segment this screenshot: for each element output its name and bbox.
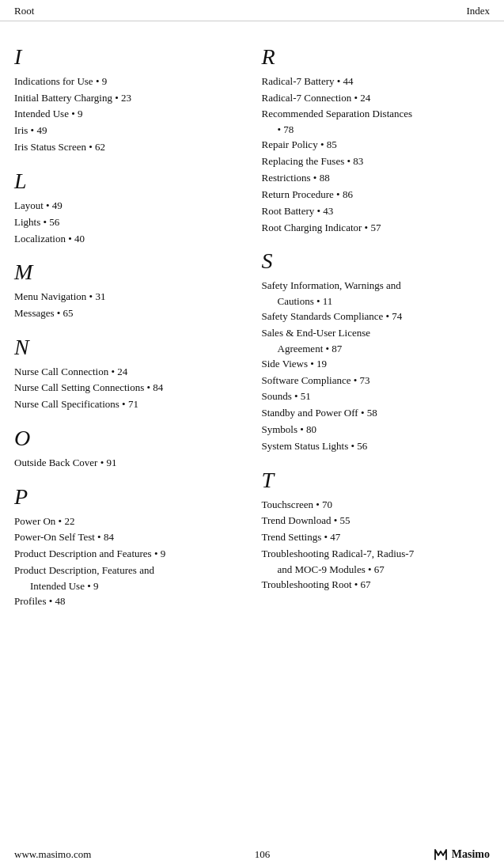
- index-entry-continuation: Agreement • 87: [262, 343, 491, 355]
- index-entry: Side Views • 19: [262, 357, 491, 372]
- index-entry: Power On • 22: [14, 514, 243, 529]
- index-entry: Iris • 49: [14, 123, 243, 138]
- index-entry: Troubleshooting Root • 67: [262, 578, 491, 593]
- section-letter-m: M: [14, 260, 243, 285]
- index-entry: Trend Download • 55: [262, 514, 491, 529]
- section-letter-l: L: [14, 169, 243, 194]
- section-letter-o: O: [14, 426, 243, 451]
- index-entry: Indications for Use • 9: [14, 74, 243, 89]
- index-entry: System Status Lights • 56: [262, 439, 491, 454]
- index-entry: Radical-7 Battery • 44: [262, 74, 491, 89]
- index-entry: Lights • 56: [14, 215, 243, 230]
- index-entry: Restrictions • 88: [262, 171, 491, 186]
- index-entry: Product Description and Features • 9: [14, 547, 243, 562]
- index-entry: Repair Policy • 85: [262, 138, 491, 153]
- index-entry: Profiles • 48: [14, 594, 243, 609]
- header-right: Index: [466, 5, 490, 17]
- footer-website: www.masimo.com: [14, 848, 91, 861]
- index-entry: Iris Status Screen • 62: [14, 140, 243, 155]
- index-entry: Messages • 65: [14, 306, 243, 321]
- section-letter-i: I: [14, 45, 243, 70]
- index-entry: Sounds • 51: [262, 389, 491, 404]
- index-entry: Layout • 49: [14, 199, 243, 214]
- index-entry: Nurse Call Setting Connections • 84: [14, 381, 243, 396]
- index-entry: Radical-7 Connection • 24: [262, 91, 491, 106]
- index-entry-continuation: • 78: [262, 123, 491, 136]
- section-letter-n: N: [14, 335, 243, 360]
- index-entry: Nurse Call Specifications • 71: [14, 397, 243, 412]
- index-entry: Outside Back Cover • 91: [14, 456, 243, 471]
- left-column: IIndications for Use • 9Initial Battery …: [14, 29, 243, 611]
- index-entry: Safety Information, Warnings and: [262, 279, 491, 294]
- index-entry: Touchscreen • 70: [262, 498, 491, 513]
- index-entry: Root Battery • 43: [262, 204, 491, 219]
- section-letter-r: R: [262, 45, 491, 70]
- section-letter-s: S: [262, 249, 491, 274]
- index-entry: Root Charging Indicator • 57: [262, 221, 491, 236]
- index-entry: Sales & End-User License: [262, 326, 491, 341]
- right-column: RRadical-7 Battery • 44Radical-7 Connect…: [262, 29, 491, 611]
- section-letter-t: T: [262, 468, 491, 493]
- index-entry: Product Description, Features and: [14, 563, 243, 578]
- index-entry: Nurse Call Connection • 24: [14, 365, 243, 380]
- index-entry: Power-On Self Test • 84: [14, 530, 243, 545]
- main-content: IIndications for Use • 9Initial Battery …: [0, 21, 504, 658]
- index-entry: Recommended Separation Distances: [262, 107, 491, 122]
- index-entry-continuation: Intended Use • 9: [14, 580, 243, 593]
- header-left: Root: [14, 5, 34, 17]
- index-entry-continuation: and MOC-9 Modules • 67: [262, 563, 491, 576]
- index-entry: Troubleshooting Radical-7, Radius-7: [262, 547, 491, 562]
- footer-page-number: 106: [255, 848, 271, 861]
- page-header: Root Index: [0, 0, 504, 21]
- index-entry: Menu Navigation • 31: [14, 290, 243, 305]
- section-letter-p: P: [14, 485, 243, 510]
- index-entry: Software Compliance • 73: [262, 373, 491, 389]
- page-footer: www.masimo.com 106 Masimo: [0, 841, 504, 868]
- index-entry: Standby and Power Off • 58: [262, 406, 491, 421]
- index-entry: Initial Battery Charging • 23: [14, 91, 243, 106]
- index-entry: Symbols • 80: [262, 423, 491, 438]
- index-entry: Intended Use • 9: [14, 107, 243, 122]
- index-entry: Return Procedure • 86: [262, 188, 491, 203]
- index-entry: Replacing the Fuses • 83: [262, 154, 491, 169]
- index-entry: Localization • 40: [14, 232, 243, 247]
- index-entry: Trend Settings • 47: [262, 530, 491, 545]
- footer-brand: Masimo: [434, 847, 490, 862]
- index-entry: Safety Standards Compliance • 74: [262, 309, 491, 324]
- index-entry-continuation: Cautions • 11: [262, 295, 491, 308]
- masimo-logo-icon: [434, 847, 448, 862]
